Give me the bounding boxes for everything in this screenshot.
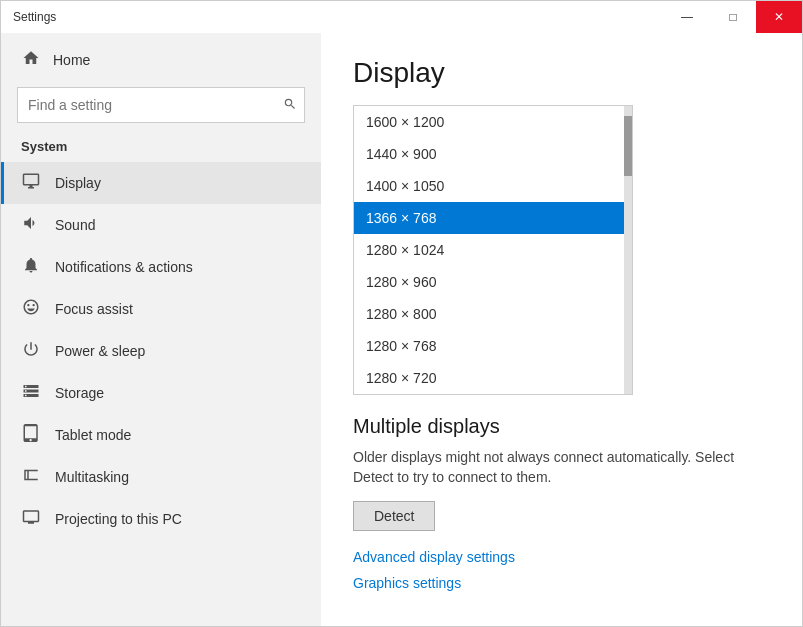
resolution-item-6[interactable]: 1280 × 800 [354, 298, 632, 330]
window-title: Settings [13, 10, 56, 24]
sidebar-item-multitasking[interactable]: Multitasking [1, 456, 321, 498]
sound-label: Sound [55, 217, 95, 233]
search-button[interactable] [283, 97, 297, 114]
window: Settings — □ ✕ Home [0, 0, 803, 627]
sidebar-item-focus[interactable]: Focus assist [1, 288, 321, 330]
projecting-label: Projecting to this PC [55, 511, 182, 527]
search-input[interactable] [17, 87, 305, 123]
display-icon [21, 172, 41, 194]
sidebar-item-home[interactable]: Home [1, 33, 321, 87]
resolution-item-4[interactable]: 1280 × 1024 [354, 234, 632, 266]
multitasking-label: Multitasking [55, 469, 129, 485]
multiple-displays-title: Multiple displays [353, 415, 770, 438]
title-bar: Settings — □ ✕ [1, 1, 802, 33]
search-box [17, 87, 305, 123]
home-label: Home [53, 52, 90, 68]
power-icon [21, 340, 41, 362]
scrollbar[interactable] [624, 106, 632, 394]
maximize-button[interactable]: □ [710, 1, 756, 33]
sound-icon [21, 214, 41, 236]
multitasking-icon [21, 466, 41, 488]
sidebar-item-projecting[interactable]: Projecting to this PC [1, 498, 321, 540]
sidebar-item-storage[interactable]: Storage [1, 372, 321, 414]
resolution-item-5[interactable]: 1280 × 960 [354, 266, 632, 298]
home-icon [21, 49, 41, 71]
advanced-display-link[interactable]: Advanced display settings [353, 549, 770, 565]
notifications-label: Notifications & actions [55, 259, 193, 275]
resolution-list: 1600 × 1200 1440 × 900 1400 × 1050 1366 … [353, 105, 633, 395]
storage-label: Storage [55, 385, 104, 401]
close-button[interactable]: ✕ [756, 1, 802, 33]
storage-icon [21, 382, 41, 404]
focus-label: Focus assist [55, 301, 133, 317]
sidebar-item-display[interactable]: Display [1, 162, 321, 204]
display-label: Display [55, 175, 101, 191]
tablet-label: Tablet mode [55, 427, 131, 443]
window-controls: — □ ✕ [664, 1, 802, 33]
sidebar-item-notifications[interactable]: Notifications & actions [1, 246, 321, 288]
resolution-item-3[interactable]: 1366 × 768 [354, 202, 632, 234]
sidebar-item-sound[interactable]: Sound [1, 204, 321, 246]
minimize-button[interactable]: — [664, 1, 710, 33]
graphics-settings-link[interactable]: Graphics settings [353, 575, 770, 591]
power-label: Power & sleep [55, 343, 145, 359]
multiple-displays-text: Older displays might not always connect … [353, 448, 770, 487]
resolution-item-8[interactable]: 1280 × 720 [354, 362, 632, 394]
window-body: Home System Display [1, 33, 802, 626]
projecting-icon [21, 508, 41, 530]
resolution-item-0[interactable]: 1600 × 1200 [354, 106, 632, 138]
system-label: System [1, 135, 321, 162]
detect-button[interactable]: Detect [353, 501, 435, 531]
sidebar-item-tablet[interactable]: Tablet mode [1, 414, 321, 456]
sidebar-item-power[interactable]: Power & sleep [1, 330, 321, 372]
page-title: Display [353, 57, 770, 89]
resolution-item-7[interactable]: 1280 × 768 [354, 330, 632, 362]
tablet-icon [21, 424, 41, 446]
focus-icon [21, 298, 41, 320]
scrollbar-thumb[interactable] [624, 116, 632, 176]
resolution-item-1[interactable]: 1440 × 900 [354, 138, 632, 170]
sidebar: Home System Display [1, 33, 321, 626]
notifications-icon [21, 256, 41, 278]
main-content: Display 1600 × 1200 1440 × 900 1400 × 10… [321, 33, 802, 626]
resolution-item-2[interactable]: 1400 × 1050 [354, 170, 632, 202]
